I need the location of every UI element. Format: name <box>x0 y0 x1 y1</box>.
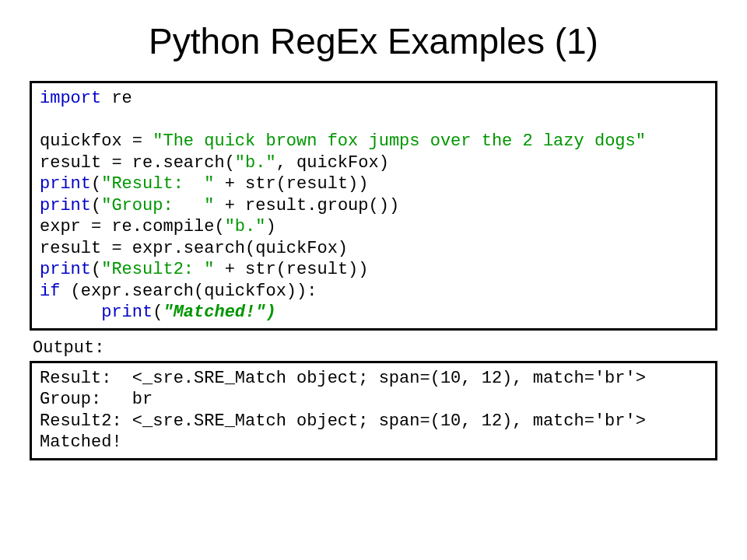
code-token: "Matched!" <box>163 303 265 322</box>
code-token: ( <box>91 260 101 279</box>
code-token: (expr.search(quickfox)): <box>60 282 317 301</box>
code-token: ) <box>265 303 275 322</box>
code-token: expr = re.compile( <box>40 217 225 236</box>
code-token: "Group: " <box>101 196 214 215</box>
code-token: re <box>101 89 132 108</box>
code-token: print <box>40 303 153 322</box>
code-block: import re quickfox = "The quick brown fo… <box>30 81 717 331</box>
code-token: ) <box>265 217 275 236</box>
code-token: result = re.search( <box>40 153 235 173</box>
code-token: print <box>40 196 91 215</box>
code-token: ( <box>153 303 163 322</box>
code-token: "b." <box>235 153 276 173</box>
slide-title: Python RegEx Examples (1) <box>30 20 717 62</box>
output-line: Matched! <box>40 432 122 452</box>
code-token: + result.group()) <box>214 196 399 215</box>
output-line: Group: br <box>40 390 153 409</box>
code-token: if <box>40 282 60 301</box>
code-token: , quickFox) <box>276 153 389 173</box>
code-token: quickfox = <box>40 131 153 151</box>
code-token: + str(result)) <box>214 260 368 279</box>
code-token: "Result2: " <box>101 260 214 279</box>
code-token: "b." <box>225 217 266 236</box>
output-line: Result: <_sre.SRE_Match object; span=(10… <box>40 369 646 388</box>
code-token: import <box>40 89 101 108</box>
slide: Python RegEx Examples (1) import re quic… <box>0 0 747 476</box>
code-token: "Result: " <box>101 174 214 194</box>
code-token: print <box>40 260 91 279</box>
code-token: ( <box>91 196 101 215</box>
code-token: ( <box>91 174 101 194</box>
code-token: "The quick brown fox jumps over the 2 la… <box>153 131 646 151</box>
code-token: + str(result)) <box>214 174 368 194</box>
output-block: Result: <_sre.SRE_Match object; span=(10… <box>30 361 717 460</box>
code-token: print <box>40 174 91 194</box>
output-line: Result2: <_sre.SRE_Match object; span=(1… <box>40 411 646 431</box>
code-token: result = expr.search(quickFox) <box>40 239 348 258</box>
output-label: Output: <box>33 338 717 358</box>
